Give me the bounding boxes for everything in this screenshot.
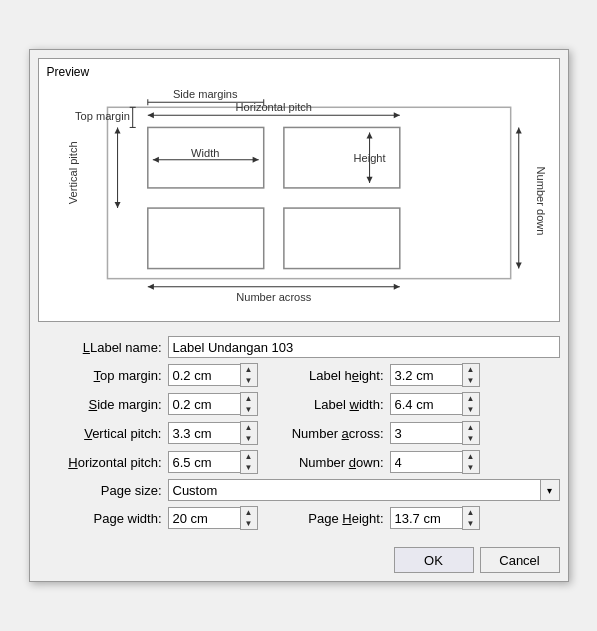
label-height-label: Label height: (270, 368, 390, 383)
horizontal-pitch-row: Horizontal pitch: ▲ ▼ Number down: ▲ ▼ (38, 450, 560, 474)
page-width-input[interactable] (168, 507, 240, 529)
page-width-row: Page width: ▲ ▼ Page Height: ▲ ▼ (38, 506, 560, 530)
horizontal-pitch-up[interactable]: ▲ (241, 451, 257, 462)
page-size-input[interactable] (168, 479, 540, 501)
svg-text:Number down: Number down (534, 167, 546, 236)
page-width-up[interactable]: ▲ (241, 507, 257, 518)
page-height-label: Page Height: (270, 511, 390, 526)
label-height-group: Label height: ▲ ▼ (270, 363, 480, 387)
page-height-down[interactable]: ▼ (463, 518, 479, 529)
vertical-pitch-input[interactable] (168, 422, 240, 444)
page-size-select-wrap: ▾ (168, 479, 560, 501)
label-width-spinner: ▲ ▼ (390, 392, 480, 416)
number-across-input[interactable] (390, 422, 462, 444)
number-across-spinner: ▲ ▼ (390, 421, 480, 445)
preview-label: Preview (47, 65, 551, 79)
svg-text:Top margin: Top margin (75, 110, 130, 122)
page-width-label: Page width: (38, 511, 168, 526)
cancel-button[interactable]: Cancel (480, 547, 560, 573)
vertical-pitch-label: Vertical pitch: (38, 426, 168, 441)
svg-text:Height: Height (353, 152, 385, 164)
svg-text:Width: Width (191, 147, 219, 159)
side-margin-label: Side margin: (38, 397, 168, 412)
page-height-up[interactable]: ▲ (463, 507, 479, 518)
number-down-down[interactable]: ▼ (463, 462, 479, 473)
top-margin-input[interactable] (168, 364, 240, 386)
ok-button[interactable]: OK (394, 547, 474, 573)
number-down-label: Number down: (270, 455, 390, 470)
number-across-label: Number across: (270, 426, 390, 441)
label-name-input[interactable] (168, 336, 560, 358)
top-margin-down[interactable]: ▼ (241, 375, 257, 386)
label-width-up[interactable]: ▲ (463, 393, 479, 404)
number-across-down[interactable]: ▼ (463, 433, 479, 444)
vertical-pitch-up[interactable]: ▲ (241, 422, 257, 433)
top-margin-label: Top margin: (38, 368, 168, 383)
horizontal-pitch-input[interactable] (168, 451, 240, 473)
top-margin-row: Top margin: ▲ ▼ Label height: ▲ ▼ (38, 363, 560, 387)
number-down-up[interactable]: ▲ (463, 451, 479, 462)
label-width-group: Label width: ▲ ▼ (270, 392, 480, 416)
preview-diagram: Top margin Side margins Horizontal pitch… (47, 83, 551, 313)
page-size-dropdown-icon[interactable]: ▾ (540, 479, 560, 501)
page-height-input[interactable] (390, 507, 462, 529)
side-margin-down[interactable]: ▼ (241, 404, 257, 415)
svg-marker-35 (393, 284, 399, 290)
side-margin-spinner: ▲ ▼ (168, 392, 258, 416)
label-width-input[interactable] (390, 393, 462, 415)
number-down-spinner: ▲ ▼ (390, 450, 480, 474)
horizontal-pitch-down[interactable]: ▼ (241, 462, 257, 473)
svg-marker-31 (515, 263, 521, 269)
side-margin-up[interactable]: ▲ (241, 393, 257, 404)
label-height-spinner: ▲ ▼ (390, 363, 480, 387)
vertical-pitch-down[interactable]: ▼ (241, 433, 257, 444)
number-across-up[interactable]: ▲ (463, 422, 479, 433)
side-margin-row: Side margin: ▲ ▼ Label width: ▲ ▼ (38, 392, 560, 416)
label-name-label: LLabel name: (38, 340, 168, 355)
side-margin-input[interactable] (168, 393, 240, 415)
label-height-input[interactable] (390, 364, 462, 386)
label-dialog: Preview Top margin (29, 49, 569, 582)
page-height-group: Page Height: ▲ ▼ (270, 506, 480, 530)
label-height-up[interactable]: ▲ (463, 364, 479, 375)
label-width-down[interactable]: ▼ (463, 404, 479, 415)
preview-section: Preview Top margin (38, 58, 560, 322)
horizontal-pitch-spinner: ▲ ▼ (168, 450, 258, 474)
svg-text:Vertical pitch: Vertical pitch (67, 141, 79, 204)
label-height-down[interactable]: ▼ (463, 375, 479, 386)
button-row: OK Cancel (38, 547, 560, 573)
page-size-label: Page size: (38, 483, 168, 498)
form-section: LLabel name: Top margin: ▲ ▼ Label heigh… (38, 332, 560, 539)
svg-rect-4 (283, 208, 399, 268)
vertical-pitch-spinner: ▲ ▼ (168, 421, 258, 445)
number-down-group: Number down: ▲ ▼ (270, 450, 480, 474)
page-width-down[interactable]: ▼ (241, 518, 257, 529)
top-margin-spinner: ▲ ▼ (168, 363, 258, 387)
svg-rect-3 (147, 208, 263, 268)
page-size-row: Page size: ▾ (38, 479, 560, 501)
svg-marker-30 (515, 127, 521, 133)
label-width-label: Label width: (270, 397, 390, 412)
top-margin-up[interactable]: ▲ (241, 364, 257, 375)
svg-text:Side margins: Side margins (172, 88, 237, 100)
page-height-spinner: ▲ ▼ (390, 506, 480, 530)
page-width-spinner: ▲ ▼ (168, 506, 258, 530)
vertical-pitch-row: Vertical pitch: ▲ ▼ Number across: ▲ ▼ (38, 421, 560, 445)
svg-text:Horizontal pitch: Horizontal pitch (235, 101, 311, 113)
number-down-input[interactable] (390, 451, 462, 473)
svg-text:Number across: Number across (236, 291, 312, 303)
svg-marker-34 (147, 284, 153, 290)
horizontal-pitch-label: Horizontal pitch: (38, 455, 168, 470)
number-across-group: Number across: ▲ ▼ (270, 421, 480, 445)
label-name-row: LLabel name: (38, 336, 560, 358)
